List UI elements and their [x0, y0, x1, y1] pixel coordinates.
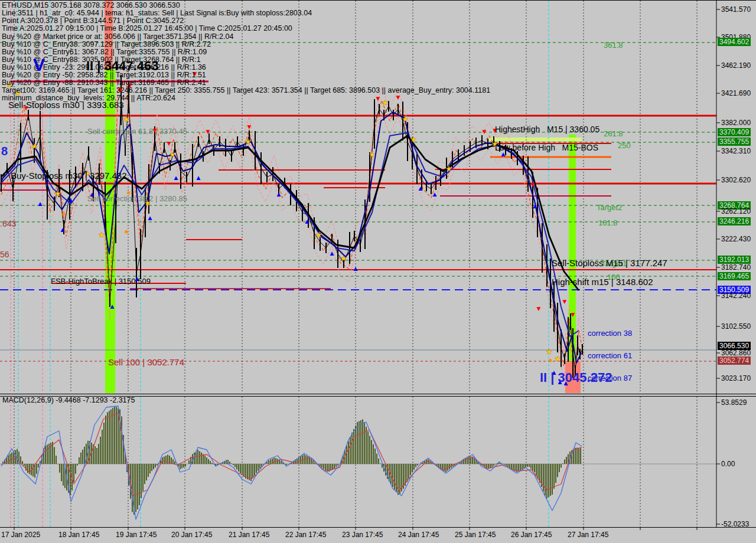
price-axis-label: 3462.190: [721, 61, 751, 70]
svg-text:★: ★: [316, 231, 322, 239]
time-axis-label: 22 Jan 17:45: [285, 531, 326, 539]
svg-text:▲: ▲: [533, 203, 537, 209]
svg-text:✱: ✱: [124, 229, 129, 235]
svg-text:▲: ▲: [433, 191, 437, 197]
time-axis-label: 23 Jan 17:45: [342, 531, 383, 539]
svg-text:★: ★: [410, 135, 417, 143]
svg-text:▼: ▼: [206, 129, 210, 135]
svg-text:★: ★: [369, 151, 376, 159]
svg-text:▲: ▲: [135, 276, 139, 282]
time-axis-label: 17 Jan 2025: [1, 531, 40, 539]
time-axis-label: 18 Jan 17:45: [58, 531, 99, 539]
svg-text:▲: ▲: [174, 175, 178, 181]
time-axis-label: 25 Jan 17:45: [455, 531, 496, 539]
price-axis-label: 3382.000: [721, 119, 751, 127]
svg-text:★: ★: [555, 355, 561, 363]
trading-chart-screen: ▲▲▲▲▲▲▲▲▲▲▲▲▲▲▲▲▲▲▲▲▼▼▼▼▼▼▼▼▼▼▼▼▼▼▼▼★★★★…: [0, 0, 756, 543]
price-axis-label: 3062.860: [721, 349, 751, 357]
price-axis-label: 3355.755: [718, 138, 751, 146]
svg-text:▲: ▲: [90, 191, 94, 197]
price-axis-label: 3182.740: [721, 263, 751, 272]
svg-text:▼: ▼: [167, 140, 171, 146]
svg-text:★: ★: [492, 140, 498, 148]
svg-text:✱: ✱: [548, 358, 553, 364]
svg-text:▲: ▲: [277, 191, 281, 197]
price-axis-label: 3023.170: [721, 374, 751, 382]
time-axis-label: 24 Jan 17:45: [398, 531, 439, 539]
svg-text:✱: ✱: [126, 190, 131, 196]
price-axis-label: 3302.620: [721, 176, 751, 184]
svg-text:▼: ▼: [247, 124, 252, 130]
svg-text:✱: ✱: [61, 211, 66, 217]
time-axis-label: 26 Jan 17:45: [511, 531, 552, 539]
svg-text:★: ★: [55, 189, 61, 198]
price-axis-label: 3102.550: [721, 322, 751, 331]
svg-text:▼: ▼: [24, 105, 28, 111]
svg-text:▲: ▲: [110, 303, 115, 309]
svg-text:▼: ▼: [571, 312, 575, 318]
price-axis-label: 3494.602: [718, 38, 751, 46]
price-axis-label: 3052.774: [718, 356, 751, 365]
svg-text:★: ★: [402, 115, 409, 123]
price-axis-label: 3246.216: [718, 217, 751, 225]
svg-text:★: ★: [84, 169, 91, 178]
svg-text:★: ★: [99, 231, 105, 239]
svg-text:▼: ▼: [563, 299, 567, 305]
time-axis-label: 21 Jan 17:45: [229, 531, 269, 539]
svg-text:▲: ▲: [552, 369, 556, 375]
price-axis-label: -52.0233: [721, 520, 749, 528]
svg-text:★: ★: [170, 151, 176, 159]
svg-text:▼: ▼: [493, 127, 497, 133]
svg-text:★: ★: [6, 81, 13, 89]
svg-text:▼: ▼: [119, 87, 123, 93]
svg-text:▲: ▲: [305, 218, 309, 224]
svg-text:★: ★: [123, 115, 130, 123]
price-axis-label: 0.00: [721, 460, 735, 468]
svg-text:▲: ▲: [197, 175, 201, 181]
svg-text:▼: ▼: [376, 96, 380, 102]
svg-text:★: ★: [31, 142, 38, 151]
svg-text:▲: ▲: [564, 380, 568, 386]
svg-text:★: ★: [15, 89, 21, 97]
svg-text:▲: ▲: [69, 197, 73, 203]
price-axis-label: 3262.120: [721, 207, 751, 215]
time-axis-label: 19 Jan 17:45: [116, 531, 157, 539]
svg-text:▼: ▼: [396, 94, 400, 100]
time-axis-label: 20 Jan 17:45: [171, 531, 212, 539]
svg-text:★: ★: [546, 348, 553, 356]
svg-text:▲: ▲: [354, 266, 358, 272]
svg-text:▼: ▼: [531, 182, 535, 188]
svg-text:★: ★: [341, 254, 347, 263]
svg-text:▲: ▲: [61, 227, 65, 233]
svg-text:▼: ▼: [537, 306, 541, 312]
chart-canvas[interactable]: ▲▲▲▲▲▲▲▲▲▲▲▲▲▲▲▲▲▲▲▲▼▼▼▼▼▼▼▼▼▼▼▼▼▼▼▼★★★★…: [0, 0, 756, 543]
svg-text:▲: ▲: [148, 215, 152, 221]
price-axis-label: 3222.430: [721, 235, 751, 243]
svg-text:▲: ▲: [330, 250, 334, 256]
price-axis-label: 3142.240: [721, 292, 751, 300]
svg-text:▲: ▲: [558, 379, 562, 385]
svg-text:★: ★: [145, 199, 151, 207]
price-axis-label: 3421.690: [721, 89, 751, 97]
time-axis-label: 27 Jan 17:45: [568, 531, 608, 539]
svg-text:▼: ▼: [193, 71, 197, 77]
price-axis-label: 3370.409: [718, 128, 751, 136]
svg-text:★: ★: [446, 165, 452, 173]
svg-text:▼: ▼: [483, 129, 487, 135]
price-axis-label: 3169.465: [718, 272, 751, 280]
price-axis-label: 3342.310: [721, 147, 751, 155]
svg-text:▼: ▼: [153, 127, 157, 133]
price-axis-label: 53.8529: [721, 398, 747, 407]
price-axis-label: 3192.013: [718, 256, 751, 264]
svg-text:▲: ▲: [501, 151, 506, 157]
svg-text:★: ★: [382, 99, 389, 107]
svg-text:▼: ▼: [128, 83, 132, 89]
svg-text:▲: ▲: [38, 201, 43, 207]
svg-text:▲: ▲: [419, 185, 423, 191]
price-axis-label: 3541.570: [721, 5, 751, 14]
svg-text:★: ★: [245, 138, 252, 146]
